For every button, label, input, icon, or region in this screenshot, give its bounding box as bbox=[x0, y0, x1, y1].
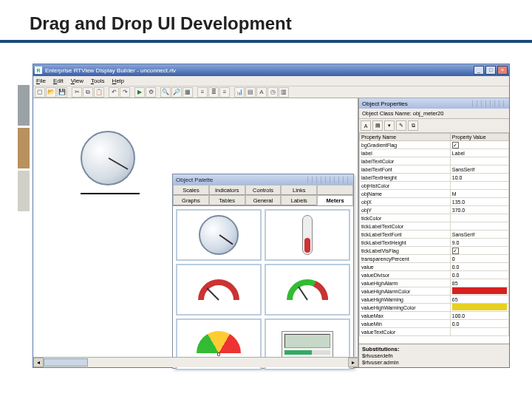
tab-tables[interactable]: Tables bbox=[209, 195, 245, 205]
property-value-cell[interactable]: ✓ bbox=[450, 247, 508, 255]
tab-graphs[interactable]: Graphs bbox=[173, 195, 209, 205]
property-row[interactable]: value0.0 bbox=[360, 263, 509, 271]
property-row[interactable]: tickLabelTextColor bbox=[360, 222, 509, 231]
property-value-cell[interactable]: 135.0 bbox=[450, 198, 508, 206]
property-row[interactable]: labelTextFontSansSerif bbox=[360, 166, 509, 174]
property-value-cell[interactable]: 0 bbox=[450, 255, 508, 263]
property-row[interactable]: tickColor bbox=[360, 214, 509, 222]
property-value-cell[interactable] bbox=[450, 304, 508, 312]
window-titlebar[interactable]: R Enterprise RTView Display Builder - un… bbox=[33, 64, 509, 76]
color-swatch[interactable] bbox=[452, 304, 507, 310]
redo-icon[interactable]: ↷ bbox=[120, 87, 130, 98]
scroll-track[interactable] bbox=[44, 358, 348, 367]
property-value-cell[interactable]: 370.0 bbox=[450, 206, 508, 214]
property-row[interactable]: labelLabel bbox=[360, 149, 509, 157]
save-icon[interactable]: 💾 bbox=[57, 87, 67, 98]
property-row[interactable]: tickLabelTextHeight9.0 bbox=[360, 239, 509, 247]
scroll-left-button[interactable]: ◂ bbox=[33, 358, 44, 367]
property-value-cell[interactable] bbox=[450, 182, 508, 190]
property-value-cell[interactable]: 0.0 bbox=[450, 271, 508, 279]
maximize-button[interactable]: □ bbox=[485, 66, 496, 75]
property-value-cell[interactable]: SansSerif bbox=[450, 231, 508, 239]
property-row[interactable]: valueHighWarning65 bbox=[360, 296, 509, 304]
property-row[interactable]: valueHighAlarmColor bbox=[360, 287, 509, 296]
property-value-cell[interactable] bbox=[450, 214, 508, 222]
zoom-out-icon[interactable]: 🔎 bbox=[171, 87, 182, 98]
prop-filter-icon[interactable]: ▤ bbox=[372, 120, 383, 131]
property-value-cell[interactable]: 0.0 bbox=[450, 320, 508, 328]
prop-link-icon[interactable]: ⧉ bbox=[408, 120, 418, 131]
property-value-cell[interactable]: 9.0 bbox=[450, 239, 508, 247]
menu-edit[interactable]: Edit bbox=[53, 78, 64, 84]
horizontal-scrollbar[interactable]: ◂ ▸ bbox=[33, 357, 358, 367]
run-icon[interactable]: ▶ bbox=[134, 87, 145, 98]
property-row[interactable]: tickLabelTextFontSansSerif bbox=[360, 231, 509, 239]
property-value-cell[interactable] bbox=[450, 157, 508, 166]
chart-icon[interactable]: 📊 bbox=[234, 87, 245, 98]
scroll-thumb[interactable] bbox=[44, 358, 88, 366]
palette-icon[interactable]: ▥ bbox=[279, 87, 289, 98]
property-row[interactable]: valueMin0.0 bbox=[360, 320, 509, 328]
object-palette-window[interactable]: Object Palette ┊┊┊┊┊┊┊┊┊┊ Scales Indicat… bbox=[172, 174, 354, 369]
property-row[interactable]: valueHighWarningColor bbox=[360, 304, 509, 312]
properties-titlebar[interactable]: Object Properties ┊┊┊┊┊┊┊┊ bbox=[359, 98, 509, 109]
open-icon[interactable]: 📂 bbox=[46, 87, 56, 98]
palette-item-arc-green[interactable] bbox=[265, 264, 350, 316]
col-property-name[interactable]: Property Name bbox=[360, 134, 451, 141]
tab-meters[interactable]: Meters bbox=[317, 195, 353, 205]
menu-view[interactable]: View bbox=[71, 78, 83, 84]
tab-links[interactable]: Links bbox=[281, 185, 317, 195]
align-center-icon[interactable]: ≣ bbox=[208, 87, 219, 98]
zoom-in-icon[interactable]: 🔍 bbox=[160, 87, 171, 98]
property-row[interactable]: bgGradientFlag✓ bbox=[360, 141, 509, 149]
meter-icon[interactable]: ◷ bbox=[267, 87, 278, 98]
property-value-cell[interactable]: 85 bbox=[450, 279, 508, 287]
palette-item-arc-red[interactable] bbox=[176, 264, 262, 316]
grip-icon[interactable]: ┊┊┊┊┊┊┊┊┊┊ bbox=[306, 177, 350, 183]
palette-item-thermometer[interactable] bbox=[265, 209, 350, 261]
property-value-cell[interactable]: 0.0 bbox=[450, 263, 508, 271]
cut-icon[interactable]: ✂ bbox=[72, 87, 82, 98]
label-icon[interactable]: A bbox=[256, 87, 267, 98]
property-row[interactable]: objHistColor bbox=[360, 182, 509, 190]
property-row[interactable]: transparencyPercent0 bbox=[360, 255, 509, 263]
align-left-icon[interactable]: ≡ bbox=[197, 87, 208, 98]
grip-icon[interactable]: ┊┊┊┊┊┊┊┊ bbox=[471, 100, 506, 107]
property-row[interactable]: valueDivisor0.0 bbox=[360, 271, 509, 279]
tab-controls[interactable]: Controls bbox=[245, 185, 282, 195]
copy-icon[interactable]: ⧉ bbox=[83, 87, 93, 98]
property-row[interactable]: objX135.0 bbox=[360, 198, 509, 206]
property-row[interactable]: labelTextHeight10.0 bbox=[360, 174, 509, 182]
property-row[interactable]: labelTextColor bbox=[360, 157, 509, 166]
menu-help[interactable]: Help bbox=[112, 78, 124, 84]
close-button[interactable]: × bbox=[497, 66, 508, 75]
properties-grid[interactable]: Property Name Property Value bgGradientF… bbox=[359, 133, 509, 344]
tool-icon[interactable]: ⚙ bbox=[146, 87, 156, 98]
property-row[interactable]: valueMax100.0 bbox=[360, 312, 509, 320]
align-right-icon[interactable]: ≡ bbox=[219, 87, 230, 98]
scroll-right-button[interactable]: ▸ bbox=[348, 358, 358, 367]
paste-icon[interactable]: 📋 bbox=[94, 87, 104, 98]
property-value-cell[interactable]: 100.0 bbox=[450, 312, 508, 320]
tab-labels[interactable]: Labels bbox=[281, 195, 317, 205]
tab-scales[interactable]: Scales bbox=[173, 185, 209, 195]
property-value-cell[interactable]: M bbox=[450, 190, 508, 198]
property-value-cell[interactable]: SansSerif bbox=[450, 166, 508, 174]
new-icon[interactable]: ▢ bbox=[35, 87, 45, 98]
property-row[interactable]: valueHighAlarm85 bbox=[360, 279, 509, 287]
table-icon[interactable]: ▤ bbox=[245, 87, 256, 98]
property-value-cell[interactable]: ✓ bbox=[450, 141, 508, 149]
palette-titlebar[interactable]: Object Palette ┊┊┊┊┊┊┊┊┊┊ bbox=[173, 174, 353, 185]
property-row[interactable]: objY370.0 bbox=[360, 206, 509, 214]
grid-icon[interactable]: ▦ bbox=[183, 87, 193, 98]
property-value-cell[interactable] bbox=[450, 222, 508, 231]
prop-expand-icon[interactable]: ▾ bbox=[384, 120, 395, 131]
minimize-button[interactable]: _ bbox=[474, 66, 484, 75]
menu-file[interactable]: File bbox=[36, 78, 46, 84]
menu-tools[interactable]: Tools bbox=[91, 78, 105, 84]
checkbox-icon[interactable]: ✓ bbox=[452, 248, 459, 254]
col-property-value[interactable]: Property Value bbox=[450, 134, 508, 141]
property-row[interactable]: valueTextColor bbox=[360, 328, 509, 336]
property-value-cell[interactable]: 10.0 bbox=[450, 174, 508, 182]
undo-icon[interactable]: ↶ bbox=[109, 87, 119, 98]
